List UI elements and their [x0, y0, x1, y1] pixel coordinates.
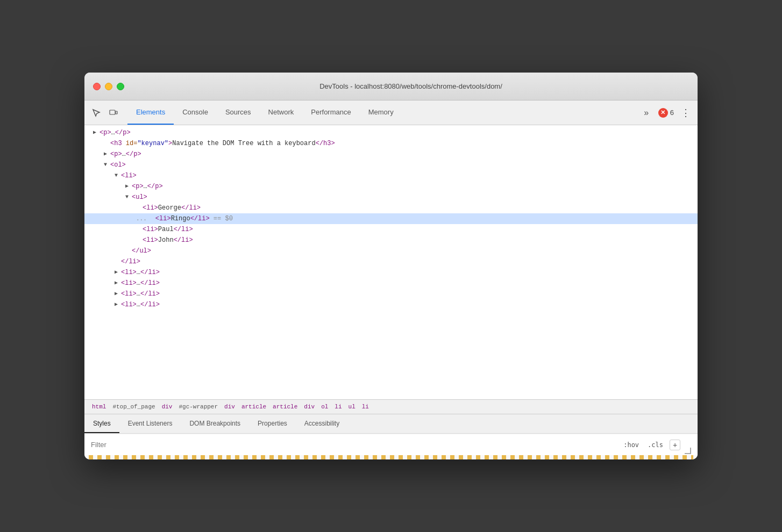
- expand-arrow[interactable]: ▶: [115, 267, 121, 278]
- expand-arrow[interactable]: ▶: [115, 278, 121, 289]
- dom-line[interactable]: ▶ <li>…</li>: [84, 299, 698, 310]
- collapse-arrow[interactable]: ▼: [115, 170, 121, 181]
- breadcrumb-li-1[interactable]: li: [331, 402, 345, 411]
- error-badge[interactable]: ✕ 6: [658, 108, 674, 118]
- filter-actions: :hov .cls +: [621, 440, 680, 450]
- breadcrumb-li-2[interactable]: li: [359, 402, 372, 411]
- breadcrumb-gc-wrapper[interactable]: #gc-wrapper: [175, 402, 221, 411]
- selection-dots: ...: [136, 213, 147, 224]
- expand-arrow[interactable]: ▶: [115, 289, 121, 299]
- tab-properties[interactable]: Properties: [249, 414, 296, 433]
- dom-line[interactable]: ▼ <li>: [84, 170, 698, 181]
- tab-network[interactable]: Network: [260, 100, 303, 125]
- resize-handle[interactable]: [685, 448, 691, 454]
- svg-rect-1: [116, 111, 117, 114]
- toolbar-right: » ✕ 6 ⋮: [639, 105, 693, 120]
- dom-line[interactable]: ▶ <li>…</li>: [84, 278, 698, 289]
- add-style-button[interactable]: +: [670, 440, 680, 450]
- dom-line[interactable]: ▶ <p>…</p>: [84, 181, 698, 192]
- cls-button[interactable]: .cls: [645, 440, 665, 450]
- breadcrumb-article-1[interactable]: article: [238, 402, 269, 411]
- breadcrumb-article-2[interactable]: article: [269, 402, 301, 411]
- breadcrumb-div-2[interactable]: div: [221, 402, 238, 411]
- expand-arrow[interactable]: ▶: [93, 127, 99, 138]
- dom-line[interactable]: </ul>: [84, 246, 698, 256]
- breadcrumb-ol[interactable]: ol: [318, 402, 331, 411]
- dom-line[interactable]: <li>George</li>: [84, 203, 698, 213]
- collapse-arrow[interactable]: ▼: [104, 160, 110, 170]
- tab-dom-breakpoints[interactable]: DOM Breakpoints: [181, 414, 249, 433]
- error-count: 6: [670, 109, 674, 117]
- tab-memory[interactable]: Memory: [360, 100, 402, 125]
- dom-line[interactable]: <li>Paul</li>: [84, 224, 698, 235]
- dom-panel[interactable]: ▶ <p>…</p> <h3 id="keynav">Navigate the …: [84, 125, 698, 399]
- dom-line[interactable]: <h3 id="keynav">Navigate the DOM Tree wi…: [84, 138, 698, 149]
- svg-rect-0: [110, 110, 115, 114]
- main-tabs: Elements Console Sources Network Perform…: [127, 100, 639, 125]
- hov-button[interactable]: :hov: [621, 440, 641, 450]
- inspect-element-button[interactable]: [89, 105, 104, 120]
- close-button[interactable]: [93, 83, 101, 90]
- breadcrumb-html[interactable]: html: [89, 402, 109, 411]
- expand-arrow[interactable]: ▶: [104, 149, 110, 160]
- bottom-tabs: Styles Event Listeners DOM Breakpoints P…: [84, 414, 698, 434]
- toolbar-icons: [89, 105, 121, 120]
- devtools-window: DevTools - localhost:8080/web/tools/chro…: [84, 73, 698, 459]
- dom-line-selected[interactable]: ... <li>Ringo</li> == $0: [84, 213, 698, 224]
- tab-sources[interactable]: Sources: [217, 100, 260, 125]
- error-icon: ✕: [658, 108, 668, 118]
- more-options-button[interactable]: ⋮: [678, 105, 693, 120]
- maximize-button[interactable]: [117, 83, 124, 90]
- toolbar: Elements Console Sources Network Perform…: [84, 100, 698, 125]
- dom-line[interactable]: ▶ <p>…</p>: [84, 149, 698, 160]
- breadcrumb-top-of-page[interactable]: #top_of_page: [109, 402, 158, 411]
- dom-line[interactable]: </li>: [84, 256, 698, 267]
- tab-event-listeners[interactable]: Event Listeners: [119, 414, 181, 433]
- tab-console[interactable]: Console: [174, 100, 217, 125]
- tab-styles[interactable]: Styles: [84, 414, 119, 433]
- breadcrumb-ul[interactable]: ul: [345, 402, 359, 411]
- breadcrumb-bar: html #top_of_page div #gc-wrapper div ar…: [84, 399, 698, 414]
- minimize-button[interactable]: [105, 83, 112, 90]
- dom-line[interactable]: ▼ <ol>: [84, 160, 698, 170]
- title-bar: DevTools - localhost:8080/web/tools/chro…: [84, 73, 698, 100]
- more-tabs-button[interactable]: »: [639, 105, 654, 120]
- device-toggle-button[interactable]: [106, 105, 121, 120]
- breadcrumb-div-3[interactable]: div: [301, 402, 318, 411]
- filter-bar: :hov .cls +: [84, 434, 698, 455]
- dom-line[interactable]: ▶ <p>…</p>: [84, 127, 698, 138]
- tab-accessibility[interactable]: Accessibility: [296, 414, 348, 433]
- tab-performance[interactable]: Performance: [302, 100, 359, 125]
- dom-line[interactable]: ▼ <ul>: [84, 192, 698, 203]
- breadcrumb-div-1[interactable]: div: [159, 402, 176, 411]
- expand-arrow[interactable]: ▶: [115, 299, 121, 310]
- window-title: DevTools - localhost:8080/web/tools/chro…: [133, 82, 689, 90]
- tab-elements[interactable]: Elements: [127, 100, 174, 125]
- traffic-lights: [93, 83, 124, 90]
- dom-line[interactable]: ▶ <li>…</li>: [84, 267, 698, 278]
- dashed-border: [89, 455, 693, 459]
- filter-input[interactable]: [91, 441, 617, 449]
- dom-line[interactable]: <li>John</li>: [84, 235, 698, 246]
- collapse-arrow[interactable]: ▼: [125, 192, 132, 203]
- expand-arrow[interactable]: ▶: [125, 181, 132, 192]
- bottom-panel: Styles Event Listeners DOM Breakpoints P…: [84, 414, 698, 459]
- dom-line[interactable]: ▶ <li>…</li>: [84, 289, 698, 299]
